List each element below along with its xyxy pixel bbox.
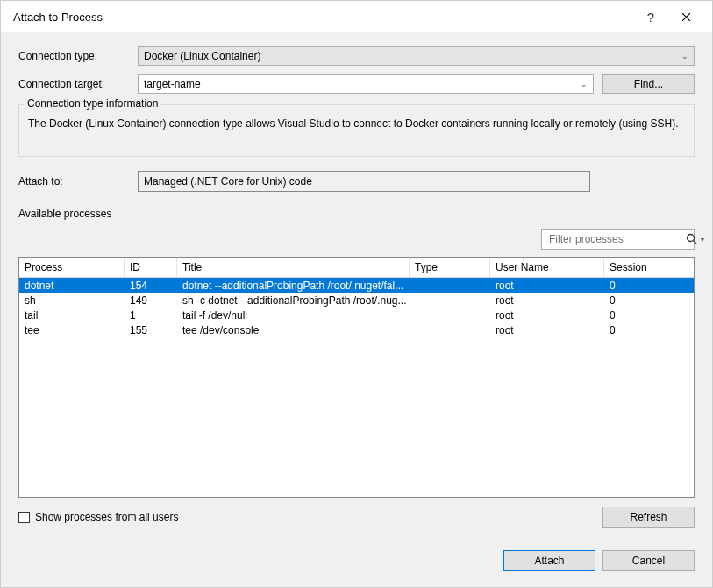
table-row[interactable]: tail1tail -f /dev/nullroot0: [19, 308, 694, 322]
table-row[interactable]: sh149sh -c dotnet --additionalProbingPat…: [19, 293, 694, 308]
cancel-button[interactable]: Cancel: [602, 550, 695, 571]
table-header: Process ID Title Type User Name Session: [19, 258, 694, 278]
dialog-content: Connection type: Docker (Linux Container…: [1, 32, 712, 540]
connection-type-label: Connection type:: [18, 50, 138, 62]
cell-process: tee: [19, 324, 125, 337]
cell-id: 155: [125, 324, 177, 337]
filter-row: ▾: [18, 229, 695, 250]
cell-user: root: [490, 324, 604, 337]
cell-title: sh -c dotnet --additionalProbingPath /ro…: [177, 294, 410, 307]
cell-process: dotnet: [19, 280, 125, 292]
dialog-footer: Attach Cancel: [1, 540, 712, 587]
filter-dropdown-icon[interactable]: ▾: [701, 236, 704, 244]
connection-target-combo[interactable]: target-name ⌄: [138, 74, 594, 94]
connection-target-row: Connection target: target-name ⌄ Find...: [18, 74, 695, 94]
connection-target-label: Connection target:: [18, 78, 138, 90]
cell-session: 0: [604, 280, 694, 292]
filter-processes-box[interactable]: ▾: [541, 229, 695, 250]
cell-user: root: [490, 280, 604, 292]
cell-user: root: [490, 309, 604, 322]
cell-title: tee /dev/console: [177, 324, 410, 337]
search-icon[interactable]: [686, 233, 698, 245]
filter-processes-input[interactable]: [547, 232, 682, 246]
connection-type-dropdown[interactable]: Docker (Linux Container) ⌄: [138, 46, 695, 66]
find-button[interactable]: Find...: [602, 74, 695, 94]
table-row[interactable]: dotnet154dotnet --additionalProbingPath …: [19, 278, 694, 293]
info-group-title: Connection type information: [24, 97, 161, 110]
cell-session: 0: [604, 309, 694, 322]
process-table: Process ID Title Type User Name Session …: [18, 257, 695, 498]
chevron-down-icon: ⌄: [681, 52, 688, 60]
table-row[interactable]: tee155tee /dev/consoleroot0: [19, 322, 694, 337]
cell-session: 0: [604, 324, 694, 337]
svg-line-1: [694, 241, 697, 244]
attach-to-value-box: Managed (.NET Core for Unix) code: [138, 171, 590, 192]
checkbox-box-icon: [18, 512, 30, 523]
header-process[interactable]: Process: [19, 258, 125, 277]
header-type[interactable]: Type: [410, 258, 490, 277]
titlebar: Attach to Process ?: [1, 1, 712, 32]
close-icon: [681, 12, 691, 22]
attach-to-process-dialog: Attach to Process ? Connection type: Doc…: [0, 0, 713, 588]
header-user-name[interactable]: User Name: [490, 258, 604, 277]
chevron-down-icon: ⌄: [581, 80, 588, 89]
cell-id: 149: [125, 294, 177, 307]
cell-title: tail -f /dev/null: [177, 309, 410, 322]
attach-button[interactable]: Attach: [503, 550, 595, 571]
show-all-users-label: Show processes from all users: [35, 511, 178, 523]
cell-process: sh: [19, 294, 125, 307]
table-footer-row: Show processes from all users Refresh: [18, 507, 695, 528]
attach-to-row: Attach to: Managed (.NET Core for Unix) …: [18, 171, 695, 192]
cell-process: tail: [19, 309, 125, 322]
header-id[interactable]: ID: [125, 258, 177, 277]
help-button[interactable]: ?: [633, 4, 668, 30]
available-processes-label: Available processes: [18, 208, 695, 220]
header-title[interactable]: Title: [177, 258, 410, 277]
connection-target-value: target-name: [144, 78, 201, 90]
cell-user: root: [490, 294, 604, 307]
cell-session: 0: [604, 294, 694, 307]
svg-point-0: [688, 235, 695, 242]
connection-type-info-group: Connection type information The Docker (…: [18, 104, 695, 157]
attach-to-label: Attach to:: [18, 175, 138, 188]
cell-id: 154: [125, 280, 177, 292]
table-body: dotnet154dotnet --additionalProbingPath …: [19, 278, 694, 497]
info-text: The Docker (Linux Container) connection …: [28, 117, 685, 130]
cell-title: dotnet --additionalProbingPath /root/.nu…: [177, 280, 410, 292]
show-all-users-checkbox[interactable]: Show processes from all users: [18, 511, 178, 523]
attach-to-value: Managed (.NET Core for Unix) code: [144, 175, 312, 188]
refresh-button[interactable]: Refresh: [602, 507, 695, 528]
connection-type-value: Docker (Linux Container): [144, 50, 260, 62]
cell-id: 1: [125, 309, 177, 322]
header-session[interactable]: Session: [604, 258, 694, 277]
dialog-title: Attach to Process: [13, 11, 633, 24]
close-button[interactable]: [668, 4, 703, 30]
connection-type-row: Connection type: Docker (Linux Container…: [18, 46, 695, 66]
